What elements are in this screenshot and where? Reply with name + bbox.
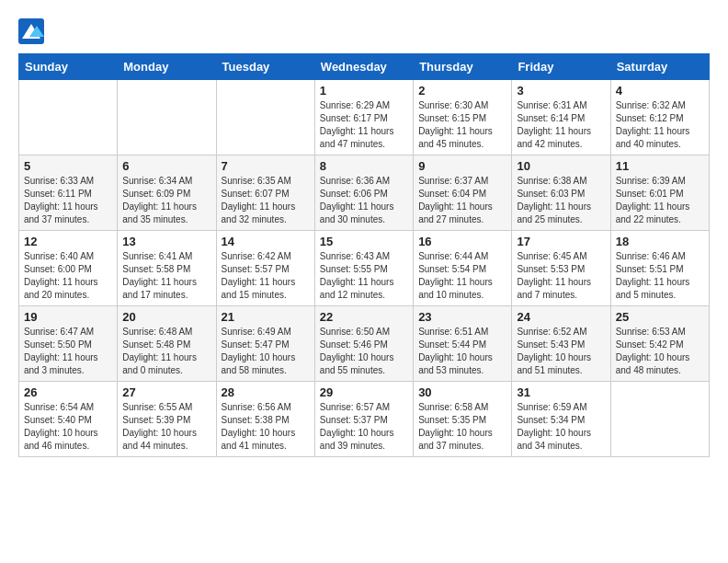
day-info: Sunrise: 6:44 AM Sunset: 5:54 PM Dayligh…	[418, 250, 506, 302]
day-number: 30	[418, 385, 506, 399]
day-info: Sunrise: 6:52 AM Sunset: 5:43 PM Dayligh…	[517, 326, 605, 377]
calendar-cell: 22Sunrise: 6:50 AM Sunset: 5:46 PM Dayli…	[314, 306, 413, 382]
day-info: Sunrise: 6:50 AM Sunset: 5:46 PM Dayligh…	[320, 326, 408, 377]
calendar-cell: 9Sunrise: 6:37 AM Sunset: 6:04 PM Daylig…	[414, 155, 512, 231]
calendar-cell	[118, 80, 216, 155]
day-info: Sunrise: 6:35 AM Sunset: 6:07 PM Dayligh…	[222, 175, 310, 226]
day-info: Sunrise: 6:39 AM Sunset: 6:01 PM Dayligh…	[616, 175, 704, 226]
weekday-header: Tuesday	[216, 54, 314, 80]
calendar-cell: 17Sunrise: 6:45 AM Sunset: 5:53 PM Dayli…	[512, 231, 610, 306]
calendar-cell: 5Sunrise: 6:33 AM Sunset: 6:11 PM Daylig…	[19, 155, 118, 231]
calendar-cell: 1Sunrise: 6:29 AM Sunset: 6:17 PM Daylig…	[314, 80, 413, 155]
calendar-header-row: SundayMondayTuesdayWednesdayThursdayFrid…	[19, 54, 710, 80]
day-number: 5	[24, 159, 112, 173]
day-number: 8	[320, 159, 408, 173]
page-header	[18, 18, 710, 44]
day-info: Sunrise: 6:49 AM Sunset: 5:47 PM Dayligh…	[222, 326, 310, 377]
calendar-cell: 23Sunrise: 6:51 AM Sunset: 5:44 PM Dayli…	[414, 306, 512, 382]
calendar-cell: 4Sunrise: 6:32 AM Sunset: 6:12 PM Daylig…	[610, 80, 709, 155]
day-number: 26	[24, 385, 112, 399]
day-info: Sunrise: 6:51 AM Sunset: 5:44 PM Dayligh…	[418, 326, 506, 377]
calendar-cell: 11Sunrise: 6:39 AM Sunset: 6:01 PM Dayli…	[610, 155, 709, 231]
day-number: 6	[122, 159, 210, 173]
day-number: 20	[122, 310, 210, 324]
day-info: Sunrise: 6:32 AM Sunset: 6:12 PM Dayligh…	[616, 99, 704, 151]
day-number: 23	[418, 310, 506, 324]
day-info: Sunrise: 6:48 AM Sunset: 5:48 PM Dayligh…	[122, 326, 210, 377]
logo-icon	[18, 18, 44, 44]
calendar-cell: 31Sunrise: 6:59 AM Sunset: 5:34 PM Dayli…	[512, 382, 610, 457]
calendar-cell: 13Sunrise: 6:41 AM Sunset: 5:58 PM Dayli…	[118, 231, 216, 306]
day-number: 14	[222, 235, 310, 248]
calendar-cell: 18Sunrise: 6:46 AM Sunset: 5:51 PM Dayli…	[610, 231, 709, 306]
day-number: 9	[418, 159, 506, 173]
calendar-cell: 29Sunrise: 6:57 AM Sunset: 5:37 PM Dayli…	[314, 382, 413, 457]
day-number: 31	[517, 385, 605, 399]
day-number: 22	[320, 310, 408, 324]
day-number: 29	[320, 385, 408, 399]
calendar-cell: 26Sunrise: 6:54 AM Sunset: 5:40 PM Dayli…	[19, 382, 118, 457]
calendar-cell: 12Sunrise: 6:40 AM Sunset: 6:00 PM Dayli…	[19, 231, 118, 306]
calendar-cell: 28Sunrise: 6:56 AM Sunset: 5:38 PM Dayli…	[216, 382, 314, 457]
day-info: Sunrise: 6:31 AM Sunset: 6:14 PM Dayligh…	[517, 99, 605, 151]
calendar-cell: 7Sunrise: 6:35 AM Sunset: 6:07 PM Daylig…	[216, 155, 314, 231]
day-number: 4	[616, 84, 704, 98]
calendar-cell: 8Sunrise: 6:36 AM Sunset: 6:06 PM Daylig…	[314, 155, 413, 231]
calendar-week-row: 12Sunrise: 6:40 AM Sunset: 6:00 PM Dayli…	[19, 231, 710, 306]
day-number: 19	[24, 310, 112, 324]
calendar: SundayMondayTuesdayWednesdayThursdayFrid…	[18, 53, 710, 457]
calendar-cell: 3Sunrise: 6:31 AM Sunset: 6:14 PM Daylig…	[512, 80, 610, 155]
day-number: 11	[616, 159, 704, 173]
weekday-header: Thursday	[414, 54, 512, 80]
day-number: 21	[222, 310, 310, 324]
calendar-cell: 30Sunrise: 6:58 AM Sunset: 5:35 PM Dayli…	[414, 382, 512, 457]
day-info: Sunrise: 6:40 AM Sunset: 6:00 PM Dayligh…	[24, 250, 112, 302]
day-info: Sunrise: 6:46 AM Sunset: 5:51 PM Dayligh…	[616, 250, 704, 302]
calendar-cell: 19Sunrise: 6:47 AM Sunset: 5:50 PM Dayli…	[19, 306, 118, 382]
weekday-header: Friday	[512, 54, 610, 80]
day-number: 10	[517, 159, 605, 173]
day-info: Sunrise: 6:43 AM Sunset: 5:55 PM Dayligh…	[320, 250, 408, 302]
calendar-cell: 2Sunrise: 6:30 AM Sunset: 6:15 PM Daylig…	[414, 80, 512, 155]
day-number: 25	[616, 310, 704, 324]
calendar-week-row: 1Sunrise: 6:29 AM Sunset: 6:17 PM Daylig…	[19, 80, 710, 155]
weekday-header: Monday	[118, 54, 216, 80]
weekday-header: Wednesday	[314, 54, 413, 80]
day-number: 2	[418, 84, 506, 98]
day-info: Sunrise: 6:45 AM Sunset: 5:53 PM Dayligh…	[517, 250, 605, 302]
day-number: 1	[320, 84, 408, 98]
calendar-cell	[19, 80, 118, 155]
calendar-week-row: 26Sunrise: 6:54 AM Sunset: 5:40 PM Dayli…	[19, 382, 710, 457]
day-number: 18	[616, 235, 704, 248]
day-info: Sunrise: 6:59 AM Sunset: 5:34 PM Dayligh…	[517, 401, 605, 453]
calendar-cell: 21Sunrise: 6:49 AM Sunset: 5:47 PM Dayli…	[216, 306, 314, 382]
calendar-cell: 6Sunrise: 6:34 AM Sunset: 6:09 PM Daylig…	[118, 155, 216, 231]
calendar-cell: 15Sunrise: 6:43 AM Sunset: 5:55 PM Dayli…	[314, 231, 413, 306]
day-info: Sunrise: 6:41 AM Sunset: 5:58 PM Dayligh…	[122, 250, 210, 302]
day-info: Sunrise: 6:57 AM Sunset: 5:37 PM Dayligh…	[320, 401, 408, 453]
calendar-cell	[216, 80, 314, 155]
calendar-cell	[610, 382, 709, 457]
day-info: Sunrise: 6:53 AM Sunset: 5:42 PM Dayligh…	[616, 326, 704, 377]
day-number: 16	[418, 235, 506, 248]
day-info: Sunrise: 6:34 AM Sunset: 6:09 PM Dayligh…	[122, 175, 210, 226]
weekday-header: Sunday	[19, 54, 118, 80]
day-info: Sunrise: 6:56 AM Sunset: 5:38 PM Dayligh…	[222, 401, 310, 453]
day-number: 15	[320, 235, 408, 248]
day-info: Sunrise: 6:38 AM Sunset: 6:03 PM Dayligh…	[517, 175, 605, 226]
calendar-cell: 10Sunrise: 6:38 AM Sunset: 6:03 PM Dayli…	[512, 155, 610, 231]
calendar-cell: 27Sunrise: 6:55 AM Sunset: 5:39 PM Dayli…	[118, 382, 216, 457]
day-number: 27	[122, 385, 210, 399]
day-number: 24	[517, 310, 605, 324]
day-number: 17	[517, 235, 605, 248]
day-number: 12	[24, 235, 112, 248]
day-info: Sunrise: 6:54 AM Sunset: 5:40 PM Dayligh…	[24, 401, 112, 453]
day-info: Sunrise: 6:37 AM Sunset: 6:04 PM Dayligh…	[418, 175, 506, 226]
day-info: Sunrise: 6:33 AM Sunset: 6:11 PM Dayligh…	[24, 175, 112, 226]
day-info: Sunrise: 6:58 AM Sunset: 5:35 PM Dayligh…	[418, 401, 506, 453]
calendar-cell: 24Sunrise: 6:52 AM Sunset: 5:43 PM Dayli…	[512, 306, 610, 382]
day-info: Sunrise: 6:55 AM Sunset: 5:39 PM Dayligh…	[122, 401, 210, 453]
calendar-cell: 16Sunrise: 6:44 AM Sunset: 5:54 PM Dayli…	[414, 231, 512, 306]
weekday-header: Saturday	[610, 54, 709, 80]
day-number: 7	[222, 159, 310, 173]
